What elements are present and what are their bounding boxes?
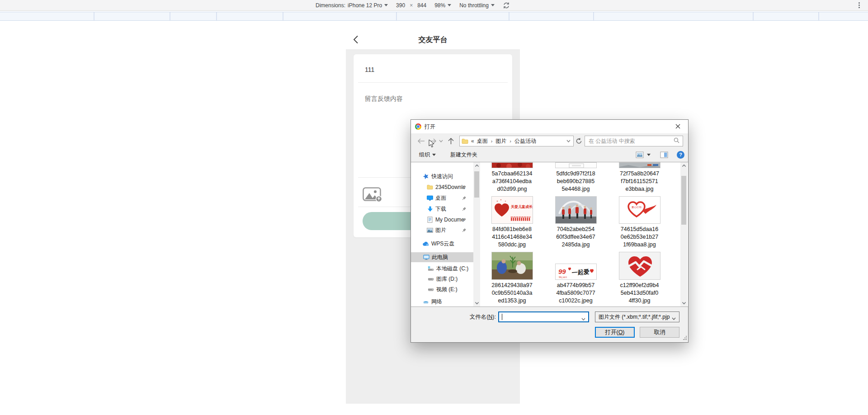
close-icon[interactable]: [669, 120, 686, 133]
sidebar-item-drive-c[interactable]: 本地磁盘 (C:): [411, 264, 473, 274]
file-item[interactable]: c12ff90ef2d9b4 5eb413d50faf0 4ff30.jpg: [608, 252, 671, 305]
viewport-height-field[interactable]: 844: [417, 2, 426, 9]
organize-label: 组织: [419, 151, 430, 159]
file-item[interactable]: 704b2abeb254 60f3dffee34e67 2485da.jpg: [544, 196, 608, 249]
arrow-left-icon[interactable]: [416, 136, 425, 146]
sidebar-item-wps-cloud[interactable]: WPS云盘: [411, 239, 473, 249]
thumbnail-gray-photo: [619, 162, 660, 168]
feedback-textarea[interactable]: 留言反馈内容: [365, 95, 403, 103]
sidebar-item-drive-e[interactable]: 视频 (E:): [411, 284, 473, 294]
dialog-titlebar[interactable]: 打开: [411, 120, 688, 133]
search-placeholder: 在 公益活动 中搜索: [589, 137, 635, 145]
filename-input[interactable]: [498, 311, 589, 322]
sidebar-item-downloads[interactable]: 下载: [411, 204, 473, 214]
scrollbar-thumb[interactable]: [474, 171, 479, 198]
new-folder-button[interactable]: 新建文件夹: [450, 151, 477, 159]
zoom-selector[interactable]: 98%: [434, 2, 451, 9]
file-list-scrollbar[interactable]: [680, 162, 687, 307]
file-item[interactable]: 99 一起爱 99公益日 ab4774b99b57 4fba5809c7077 …: [544, 252, 608, 305]
address-chevron-down-icon[interactable]: [564, 139, 573, 143]
filename-chevron-down-icon[interactable]: [581, 316, 585, 322]
view-chevron-down-icon[interactable]: [647, 154, 651, 156]
pin-icon: [462, 207, 466, 213]
device-selector[interactable]: Dimensions: iPhone 12 Pro: [316, 2, 388, 9]
chevron-down-icon: [491, 4, 495, 6]
sidebar-item-label: 下载: [435, 205, 446, 213]
scroll-down-icon[interactable]: [473, 300, 480, 307]
folder-icon: [462, 138, 468, 144]
logo-subtext: 99公益日: [559, 276, 567, 278]
cloud-icon: [423, 241, 429, 247]
preview-pane-icon[interactable]: [660, 151, 668, 158]
drive-c-icon: [428, 265, 434, 272]
thumbnail-heart-ribbon-logo: 爱心行动: [619, 196, 660, 224]
arrow-up-icon[interactable]: [446, 136, 455, 146]
open-file-dialog: 打开 « 桌面 ›: [410, 119, 689, 343]
background-table-row: [0, 12, 868, 21]
text-caret: [502, 314, 502, 320]
change-view-icon[interactable]: [636, 151, 644, 158]
network-icon: [423, 298, 429, 305]
breadcrumb-current-folder[interactable]: 公益活动: [514, 137, 537, 145]
file-name: ab4774b99b57 4fba5809c7077 c10022c.jpeg: [546, 282, 606, 305]
svg-text:99: 99: [558, 268, 566, 275]
sidebar-item-pictures[interactable]: 图片: [411, 225, 473, 235]
sidebar-scrollbar[interactable]: [473, 162, 480, 307]
sidebar-item-label: 视频 (E:): [436, 286, 458, 293]
sidebar-item-quick-access[interactable]: 快速访问: [411, 171, 473, 181]
sidebar-item-drive-d[interactable]: 图库 (D:): [411, 274, 473, 284]
search-input[interactable]: 在 公益活动 中搜索: [585, 136, 683, 146]
file-item[interactable]: 2861429438a97 0c9b550140a3a ed1353.jpg: [480, 252, 544, 305]
filetype-select[interactable]: 图片文件 (*.xbm;*.tif;*.jfif;*.pjp: [595, 311, 679, 322]
cancel-button[interactable]: 取消: [640, 327, 679, 338]
image-upload-icon[interactable]: [363, 187, 382, 204]
open-button[interactable]: 打开(O): [595, 327, 635, 338]
breadcrumb-separator: ›: [507, 138, 514, 144]
sidebar-item-my-documents[interactable]: My Docume: [411, 215, 473, 225]
svg-text:爱心行动: 爱心行动: [632, 206, 642, 209]
organize-menu[interactable]: 组织: [419, 151, 436, 159]
pin-icon: [462, 217, 466, 224]
rotate-viewport-icon[interactable]: [503, 2, 510, 9]
title-input[interactable]: 111: [365, 66, 374, 73]
file-item[interactable]: 5dfdc9d97f2f18 beb690b27885 5e4468.jpg: [544, 162, 608, 193]
file-grid-row: 关爱儿童成长 84fd081beb6e8 4116c41468e34 580dd…: [480, 196, 672, 249]
scroll-down-icon[interactable]: [680, 300, 687, 307]
sidebar-item-2345download[interactable]: 2345Downlc: [411, 182, 473, 192]
dimensions-label: Dimensions:: [316, 2, 345, 9]
breadcrumb-desktop[interactable]: 桌面: [476, 137, 489, 145]
multiply-sign: ×: [410, 2, 413, 9]
mouse-cursor: [429, 139, 434, 150]
file-name: 74615d5daa16 0e62b53e1b27 1f69baa8.jpg: [610, 226, 670, 249]
page-title: 交友平台: [346, 29, 520, 50]
history-chevron-down-icon[interactable]: [438, 136, 443, 146]
refresh-icon[interactable]: [575, 136, 583, 146]
file-item[interactable]: 关爱儿童成长 84fd081beb6e8 4116c41468e34 580dd…: [480, 196, 544, 249]
drive-icon: [428, 286, 434, 292]
file-item[interactable]: 爱心行动 74615d5daa16 0e62b53e1b27 1f69baa8.…: [608, 196, 671, 249]
file-item[interactable]: 5a7cbaa662134 a736f4104edba d02d99.png: [480, 162, 544, 193]
file-grid-row: 2861429438a97 0c9b550140a3a ed1353.jpg 9…: [480, 252, 672, 305]
dialog-toolbar: 组织 新建文件夹 ?: [411, 148, 688, 161]
help-icon[interactable]: ?: [677, 151, 684, 159]
sidebar-item-desktop[interactable]: 桌面: [411, 193, 473, 203]
scroll-up-icon[interactable]: [680, 162, 687, 169]
breadcrumb-overflow[interactable]: «: [468, 138, 476, 144]
thumbnail-white-poster: [555, 162, 597, 168]
sidebar-item-label: WPS云盘: [431, 240, 454, 248]
file-name: 5a7cbaa662134 a736f4104edba d02d99.png: [482, 170, 542, 193]
breadcrumb-pictures[interactable]: 图片: [495, 137, 507, 145]
address-bar[interactable]: « 桌面 › 图片 › 公益活动: [459, 136, 574, 146]
sidebar-item-this-pc[interactable]: 此电脑: [411, 252, 473, 262]
thumbnail-red-runners-photo: [555, 196, 597, 224]
viewport-width-field[interactable]: 390: [396, 2, 405, 9]
sidebar-item-network[interactable]: 网络: [411, 297, 473, 307]
file-item[interactable]: 72f75a8b20647 f7bf161152571 e3bbaa.jpg: [608, 162, 671, 193]
throttling-selector[interactable]: No throttling: [459, 2, 495, 9]
scrollbar-thumb[interactable]: [681, 176, 686, 225]
kebab-menu-icon[interactable]: [859, 2, 860, 8]
chrome-logo-icon: [415, 123, 421, 130]
resize-grip[interactable]: [683, 335, 687, 341]
file-browser-area: 快速访问 2345Downlc 桌面: [411, 162, 688, 307]
scroll-up-icon[interactable]: [473, 162, 480, 169]
